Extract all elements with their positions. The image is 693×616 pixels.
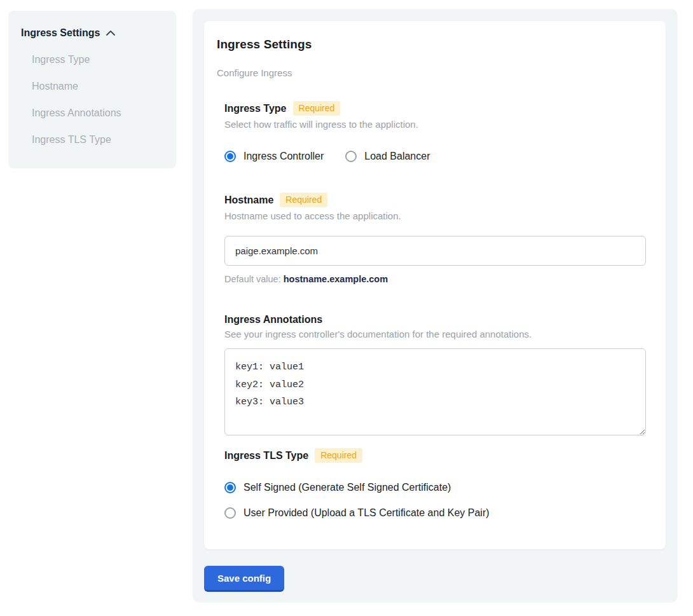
- radio-button-icon[interactable]: [224, 482, 236, 493]
- default-value: hostname.example.com: [284, 274, 388, 284]
- chevron-up-icon: [106, 30, 116, 36]
- settings-sidebar: Ingress Settings Ingress Type Hostname I…: [8, 11, 176, 168]
- ingress-annotations-textarea[interactable]: key1: value1 key2: value2 key3: value3: [224, 348, 646, 435]
- radio-button-icon[interactable]: [345, 151, 357, 162]
- radio-button-icon[interactable]: [224, 507, 236, 519]
- ingress-settings-card: Ingress Settings Configure Ingress Ingre…: [204, 21, 666, 549]
- hostname-input[interactable]: [224, 236, 646, 266]
- radio-self-signed[interactable]: Self Signed (Generate Self Signed Certif…: [224, 482, 645, 493]
- radio-button-icon[interactable]: [224, 151, 236, 162]
- hostname-description: Hostname used to access the application.: [224, 210, 645, 221]
- page-title: Ingress Settings: [217, 38, 645, 51]
- radio-label: Load Balancer: [364, 151, 430, 162]
- radio-ingress-controller[interactable]: Ingress Controller: [224, 151, 324, 162]
- radio-label: User Provided (Upload a TLS Certificate …: [244, 507, 490, 519]
- sidebar-header-label: Ingress Settings: [21, 27, 100, 39]
- sidebar-header-ingress-settings[interactable]: Ingress Settings: [21, 27, 163, 39]
- ingress-tls-type-label: Ingress TLS Type: [224, 450, 308, 462]
- section-ingress-type: Ingress Type Required Select how traffic…: [224, 101, 645, 162]
- section-hostname: Hostname Required Hostname used to acces…: [224, 193, 645, 284]
- hostname-label: Hostname: [224, 195, 273, 206]
- section-ingress-annotations: Ingress Annotations See your ingress con…: [224, 314, 645, 435]
- radio-label: Ingress Controller: [244, 151, 324, 162]
- page-subtitle: Configure Ingress: [217, 67, 645, 78]
- ingress-type-description: Select how traffic will ingress to the a…: [224, 119, 645, 130]
- radio-user-provided[interactable]: User Provided (Upload a TLS Certificate …: [224, 507, 645, 519]
- hostname-default-row: Default value: hostname.example.com: [224, 274, 645, 284]
- ingress-type-label: Ingress Type: [224, 103, 287, 114]
- required-badge: Required: [280, 193, 327, 207]
- section-ingress-tls-type: Ingress TLS Type Required Self Signed (G…: [224, 448, 645, 519]
- required-badge: Required: [315, 448, 362, 463]
- radio-label: Self Signed (Generate Self Signed Certif…: [244, 482, 451, 493]
- sidebar-item-ingress-annotations[interactable]: Ingress Annotations: [32, 107, 163, 119]
- ingress-annotations-label: Ingress Annotations: [224, 314, 322, 325]
- sidebar-item-ingress-type[interactable]: Ingress Type: [32, 54, 163, 65]
- radio-load-balancer[interactable]: Load Balancer: [345, 151, 430, 162]
- sidebar-item-ingress-tls-type[interactable]: Ingress TLS Type: [32, 134, 163, 146]
- sidebar-item-hostname[interactable]: Hostname: [32, 81, 163, 92]
- required-badge: Required: [293, 101, 341, 116]
- settings-main-panel: Ingress Settings Configure Ingress Ingre…: [193, 9, 678, 603]
- save-config-button[interactable]: Save config: [204, 566, 284, 592]
- default-value-prefix: Default value:: [224, 274, 284, 284]
- ingress-annotations-description: See your ingress controller's documentat…: [224, 329, 645, 339]
